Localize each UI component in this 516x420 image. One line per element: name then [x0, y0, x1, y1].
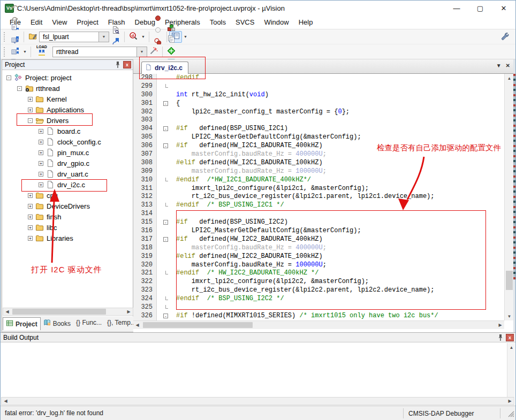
tree-item-board-c[interactable]: +board.c — [2, 126, 124, 136]
resize-grip-icon[interactable] — [507, 410, 514, 419]
menu-view[interactable]: View — [47, 16, 72, 28]
code-editor[interactable]: 298#endif299300int rt_hw_i2c_init(void)3… — [133, 74, 504, 320]
runtime-env-button[interactable] — [165, 46, 178, 58]
components-button[interactable] — [165, 22, 178, 34]
close-button[interactable]: ✕ — [492, 1, 515, 16]
tree-item-drivers[interactable]: -Drivers — [2, 115, 124, 126]
tree-item-cpu[interactable]: +cpu — [2, 190, 124, 201]
project-panel-close-icon[interactable]: x — [123, 61, 131, 68]
expand-icon[interactable]: + — [39, 150, 43, 155]
target-combobox[interactable]: rtthread — [52, 47, 137, 57]
tree-item-rtthread[interactable]: -rtthread — [2, 83, 124, 94]
expand-icon[interactable]: + — [28, 108, 33, 112]
search-dropdown-button[interactable]: ▼ — [99, 32, 109, 42]
search-combobox[interactable]: fsl_lpuart — [39, 32, 99, 42]
toolbar-grip[interactable] — [4, 32, 6, 42]
workspace-tab-books[interactable]: ?Books — [41, 317, 73, 330]
tree-item-kernel[interactable]: +Kernel — [2, 94, 124, 104]
target-dropdown-button[interactable]: ▼ — [137, 47, 147, 57]
doc-search-button[interactable] — [109, 25, 122, 37]
expand-icon[interactable]: + — [28, 236, 33, 241]
expand-icon[interactable]: + — [28, 97, 33, 102]
expand-icon[interactable]: + — [28, 215, 33, 219]
tree-item-drv-i2c-c[interactable]: +drv_i2c.c — [2, 179, 124, 190]
fold-collapse-icon[interactable]: - — [157, 100, 176, 108]
quick-find-dropdown[interactable]: ▼ — [140, 31, 147, 43]
expand-icon[interactable]: + — [39, 129, 43, 134]
menu-tools[interactable]: Tools — [205, 16, 231, 28]
workspace-tab-project[interactable]: Project — [3, 317, 41, 330]
expand-icon[interactable]: + — [39, 140, 43, 144]
rebuild-button[interactable] — [9, 46, 21, 58]
expand-icon[interactable]: + — [39, 161, 43, 166]
menu-help[interactable]: Help — [294, 16, 318, 28]
tree-item-pin-mux-c[interactable]: +pin_mux.c — [2, 147, 124, 158]
menu-project[interactable]: Project — [72, 16, 103, 28]
tree-item-drv-uart-c[interactable]: +drv_uart.c — [2, 169, 124, 179]
tree-item-clock-config-c[interactable]: +clock_config.c — [2, 136, 124, 147]
tree-item-libc[interactable]: +libc — [2, 222, 124, 233]
tree-item-finsh[interactable]: +finsh — [2, 211, 124, 222]
menu-window[interactable]: Window — [259, 16, 293, 28]
tree-item-devicedrivers[interactable]: +DeviceDrivers — [2, 201, 124, 211]
maximize-button[interactable]: ▢ — [468, 1, 492, 16]
breakpoint-toggle-button[interactable] — [151, 13, 164, 25]
scroll-down-icon[interactable]: ▼ — [505, 312, 514, 320]
fold-collapse-icon[interactable]: - — [157, 235, 176, 244]
batch-build-dropdown[interactable]: ▼ — [21, 46, 28, 58]
fold-collapse-icon[interactable]: - — [157, 125, 176, 133]
workspace-tab-func[interactable]: {} Func... — [73, 317, 104, 328]
scroll-right-icon[interactable]: ▶ — [506, 398, 514, 404]
quick-find-button[interactable]: d — [127, 31, 140, 43]
load-button[interactable]: LOAD — [33, 45, 50, 58]
build-horizontal-scrollbar[interactable]: ◀ ▶ — [1, 397, 514, 405]
toolbar-grip[interactable] — [4, 47, 6, 57]
expand-icon[interactable]: + — [39, 172, 43, 177]
scroll-left-icon[interactable]: ◀ — [3, 308, 11, 315]
build-button[interactable] — [9, 34, 21, 46]
expand-icon[interactable]: + — [28, 225, 33, 230]
expand-icon[interactable]: + — [39, 182, 43, 187]
minimize-button[interactable]: — — [445, 1, 468, 16]
project-horizontal-scrollbar[interactable]: ◀ ▶ — [3, 308, 133, 316]
translate-button[interactable] — [9, 22, 21, 34]
pin-icon[interactable] — [496, 333, 505, 341]
tab-close-icon[interactable]: ✕ — [506, 63, 510, 68]
tab-list-dropdown-icon[interactable]: ▼ — [496, 63, 502, 68]
breakpoint-disable-button[interactable] — [151, 25, 164, 37]
tree-item-applications[interactable]: +Applications — [2, 104, 124, 115]
fold-collapse-icon[interactable]: - — [157, 218, 176, 227]
editor-vertical-scrollbar[interactable]: ▲ ▼ — [504, 74, 513, 320]
scrollbar-thumb[interactable] — [143, 322, 253, 328]
editor-horizontal-scrollbar[interactable]: ◀ ▶ — [133, 320, 504, 329]
expand-icon[interactable]: + — [28, 193, 33, 198]
collapse-icon[interactable]: - — [28, 118, 33, 123]
collapse-icon[interactable]: - — [6, 75, 11, 80]
scroll-right-icon[interactable]: ▶ — [125, 308, 133, 315]
fold-collapse-icon[interactable]: - — [157, 312, 176, 320]
scroll-left-icon[interactable]: ◀ — [2, 398, 10, 404]
target-options-button[interactable] — [147, 46, 160, 58]
fold-collapse-icon[interactable]: - — [157, 142, 176, 150]
file-extensions-button[interactable] — [165, 34, 178, 46]
window-layout-dropdown[interactable]: ▼ — [182, 31, 189, 43]
build-output-close-icon[interactable]: x — [506, 334, 514, 341]
tab-drv-i2c[interactable]: drv_i2c.c — [141, 62, 188, 74]
menu-edit[interactable]: Edit — [26, 16, 47, 28]
find-in-files-button[interactable] — [26, 31, 39, 43]
scroll-up-icon[interactable]: ▲ — [507, 343, 515, 352]
scroll-left-icon[interactable]: ◀ — [133, 322, 141, 329]
build-vertical-scrollbar[interactable]: ▲ — [507, 343, 515, 397]
expand-icon[interactable]: + — [28, 204, 33, 209]
build-output-content[interactable] — [1, 343, 506, 397]
tree-item-project-project[interactable]: -Project: project — [2, 72, 124, 83]
configuration-button[interactable] — [498, 31, 511, 43]
scrollbar-thumb[interactable] — [12, 309, 106, 315]
scroll-up-icon[interactable]: ▲ — [505, 74, 514, 82]
scrollbar-thumb[interactable] — [506, 271, 513, 290]
tree-item-drv-gpio-c[interactable]: +drv_gpio.c — [2, 158, 124, 169]
undo-button[interactable] — [9, 3, 21, 14]
menu-svcs[interactable]: SVCS — [231, 16, 259, 28]
scroll-right-icon[interactable]: ▶ — [496, 322, 504, 329]
pin-icon[interactable] — [113, 61, 122, 69]
